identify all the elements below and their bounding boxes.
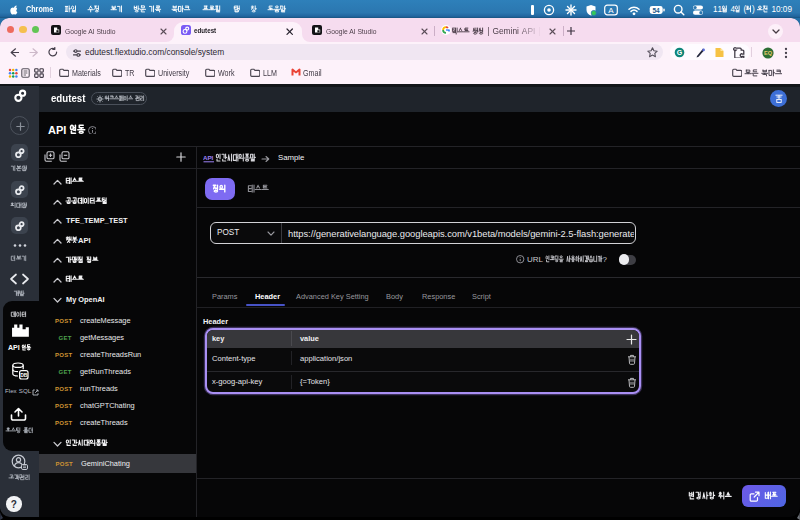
svg-text:L: L bbox=[28, 388, 32, 395]
svg-text:|: | bbox=[538, 26, 540, 36]
svg-text:): ) bbox=[752, 5, 755, 14]
svg-text:API: API bbox=[203, 154, 214, 161]
svg-text:?: ? bbox=[603, 255, 608, 264]
svg-text:9: 9 bbox=[787, 5, 792, 14]
svg-text:x: x bbox=[14, 388, 18, 395]
svg-text:EQ: EQ bbox=[764, 50, 773, 56]
svg-text:I: I bbox=[533, 26, 535, 36]
svg-text:P: P bbox=[56, 123, 63, 135]
svg-text:A: A bbox=[608, 6, 614, 15]
svg-text:m: m bbox=[504, 26, 511, 36]
svg-text:I: I bbox=[18, 344, 20, 351]
svg-text:A: A bbox=[48, 123, 56, 135]
svg-text:1: 1 bbox=[718, 5, 723, 14]
svg-text:L: L bbox=[539, 255, 544, 264]
svg-text:|: | bbox=[487, 26, 489, 36]
svg-text:I: I bbox=[63, 123, 66, 135]
svg-text:i: i bbox=[517, 26, 519, 36]
svg-text:4: 4 bbox=[731, 5, 736, 14]
svg-text:DB: DB bbox=[20, 372, 28, 378]
svg-text:I: I bbox=[89, 236, 91, 245]
svg-text:54: 54 bbox=[652, 6, 660, 13]
svg-text:G: G bbox=[543, 26, 544, 36]
svg-text:G: G bbox=[677, 49, 683, 56]
